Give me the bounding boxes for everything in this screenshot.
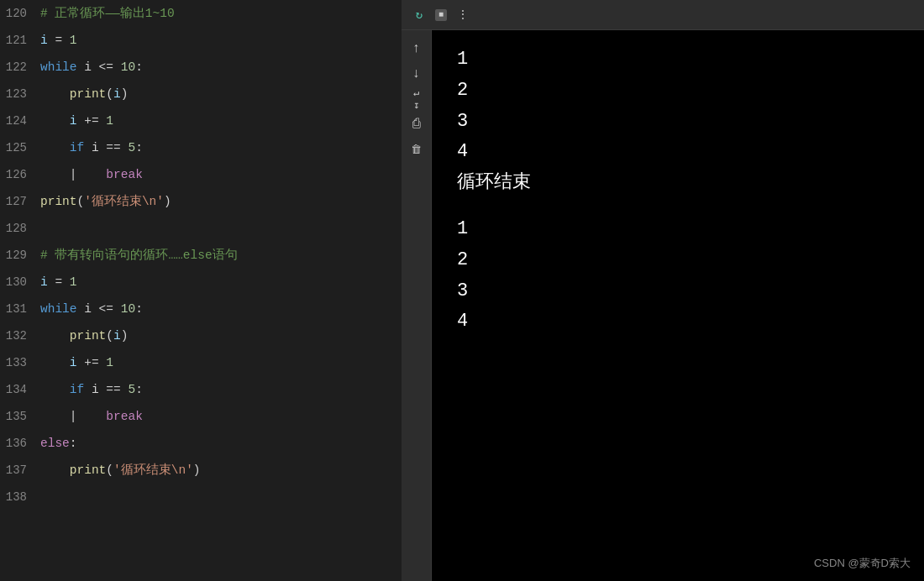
line-number: 123 [0, 81, 40, 107]
down-button[interactable]: ↓ [405, 62, 428, 86]
code-row: 137 print('循环结束\n') [0, 457, 402, 484]
stop-button[interactable]: ■ [435, 9, 447, 21]
code-text: print(i) [40, 322, 128, 349]
line-number: 122 [0, 54, 40, 81]
terminal-line: 1 [457, 217, 899, 243]
code-row: 128 [0, 215, 402, 242]
line-number: 124 [0, 107, 40, 134]
wrap-button[interactable]: ↵↧ [405, 87, 428, 111]
right-content: ↑ ↓ ↵↧ ⎙ 🗑 1234循环结束1234 [402, 30, 924, 581]
line-number: 129 [0, 242, 40, 269]
topbar: ↻ ■ ⋮ [402, 0, 924, 30]
terminal-line: 循环结束 [457, 170, 899, 196]
code-editor: 120# 正常循环——输出1~10121i = 1122while i <= 1… [0, 0, 402, 581]
code-row: 121i = 1 [0, 27, 402, 54]
line-number: 137 [0, 457, 40, 484]
line-number: 121 [0, 27, 40, 54]
code-row: 132 print(i) [0, 322, 402, 349]
code-row: 130i = 1 [0, 269, 402, 296]
line-number: 134 [0, 376, 40, 403]
code-row: 134 if i == 5: [0, 376, 402, 403]
code-text [40, 484, 48, 510]
terminal-line: 2 [457, 248, 899, 274]
terminal-line: 2 [457, 78, 899, 104]
code-text: | break [40, 403, 143, 430]
code-text: # 带有转向语句的循环……else语句 [40, 242, 238, 269]
more-button[interactable]: ⋮ [452, 4, 474, 26]
code-text: | break [40, 161, 143, 188]
terminal-line: 3 [457, 109, 899, 135]
code-text: if i == 5: [40, 134, 143, 161]
code-text [40, 215, 48, 242]
line-number: 131 [0, 296, 40, 322]
line-number: 126 [0, 161, 40, 188]
terminal-line: 3 [457, 279, 899, 305]
code-row: 131while i <= 10: [0, 296, 402, 322]
code-row: 127print('循环结束\n') [0, 188, 402, 215]
code-row: 122while i <= 10: [0, 54, 402, 81]
code-text: print('循环结束\n') [40, 457, 201, 484]
line-number: 120 [0, 0, 40, 27]
terminal-line: 4 [457, 139, 899, 165]
code-text: print(i) [40, 81, 128, 107]
line-number: 138 [0, 484, 40, 510]
line-number: 136 [0, 430, 40, 457]
line-number: 125 [0, 134, 40, 161]
line-number: 130 [0, 269, 40, 296]
code-row: 125 if i == 5: [0, 134, 402, 161]
code-row: 126 | break [0, 161, 402, 188]
code-text: while i <= 10: [40, 296, 143, 322]
code-text: while i <= 10: [40, 54, 143, 81]
trash-button[interactable]: 🗑 [405, 138, 428, 161]
line-number: 128 [0, 215, 40, 242]
line-number: 132 [0, 322, 40, 349]
code-text: i = 1 [40, 269, 77, 296]
code-text: i += 1 [40, 349, 113, 376]
code-row: 129# 带有转向语句的循环……else语句 [0, 242, 402, 269]
terminal-line: 1 [457, 47, 899, 73]
terminal-output: 1234循环结束1234 [432, 30, 924, 581]
code-text: i += 1 [40, 107, 113, 134]
terminal-line: 4 [457, 309, 899, 335]
code-text: i = 1 [40, 27, 77, 54]
print-button[interactable]: ⎙ [405, 113, 428, 136]
line-number: 127 [0, 188, 40, 215]
code-text: if i == 5: [40, 376, 143, 403]
code-row: 120# 正常循环——输出1~10 [0, 0, 402, 27]
watermark: CSDN @蒙奇D索大 [814, 556, 911, 571]
code-row: 123 print(i) [0, 81, 402, 107]
side-toolbar: ↑ ↓ ↵↧ ⎙ 🗑 [402, 30, 432, 581]
run-button[interactable]: ↻ [408, 4, 430, 26]
line-number: 135 [0, 403, 40, 430]
terminal-line [457, 202, 899, 217]
code-lines: 120# 正常循环——输出1~10121i = 1122while i <= 1… [0, 0, 402, 510]
code-text: else: [40, 430, 77, 457]
code-text: print('循环结束\n') [40, 188, 171, 215]
code-row: 138 [0, 484, 402, 510]
code-row: 135 | break [0, 403, 402, 430]
code-text: # 正常循环——输出1~10 [40, 0, 175, 27]
code-row: 136else: [0, 430, 402, 457]
up-button[interactable]: ↑ [405, 37, 428, 60]
line-number: 133 [0, 349, 40, 376]
code-row: 124 i += 1 [0, 107, 402, 134]
code-row: 133 i += 1 [0, 349, 402, 376]
